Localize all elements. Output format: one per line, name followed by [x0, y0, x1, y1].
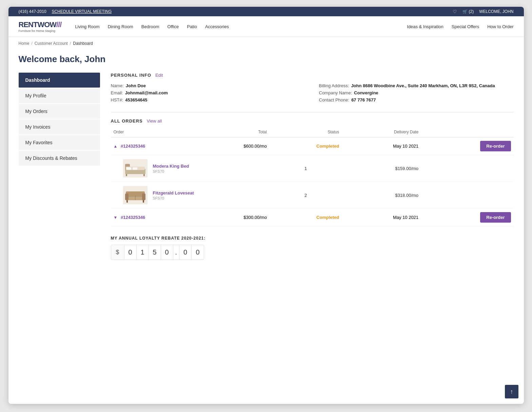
billing-label: Billing Address: — [319, 83, 349, 88]
rebate-dollar-sign: $ — [111, 245, 124, 259]
email-row: Email: Johnmail@mail.com — [111, 90, 306, 95]
top-bar: (416) 447-2010 SCHEDULE VIRTUAL MEETING … — [8, 7, 524, 16]
view-all-link[interactable]: View all — [147, 118, 162, 124]
chevron-collapse-icon[interactable]: ▼ — [114, 215, 118, 220]
rebate-display: $ 0 1 5 0 . 0 0 — [111, 245, 204, 260]
order-2-id-cell: ▼ #124325346 — [111, 209, 150, 226]
edit-link[interactable]: Edit — [155, 73, 163, 78]
nav-office[interactable]: Office — [168, 23, 179, 31]
main-nav: Living Room Dining Room Bedroom Office P… — [75, 23, 407, 31]
rebate-digit-0: 0 — [124, 245, 137, 260]
loyalty-title: MY ANNUAL LOYALTY REBATE 2020-2021: — [111, 236, 514, 241]
sidebar-item-orders[interactable]: My Orders — [19, 104, 100, 119]
orders-title: ALL ORDERS — [111, 118, 143, 124]
order-status: Completed — [270, 137, 342, 155]
rebate-digit-4: 0 — [179, 245, 192, 260]
nav-patio[interactable]: Patio — [187, 23, 197, 31]
svg-rect-6 — [126, 174, 127, 176]
product-sku-2: SFS70 — [153, 196, 267, 200]
email-label: Email: — [111, 90, 123, 95]
personal-info-title: PERSONAL INFO — [111, 73, 152, 78]
sidebar-item-dashboard[interactable]: Dashboard — [19, 73, 100, 88]
orders-table-body: ▲ #124325346 $600.00/mo Completed May 10… — [111, 137, 514, 226]
table-row: Modera King Bed SFS70 1 $159.00/mo — [111, 155, 514, 182]
cart-icon[interactable]: 🛒 (2) — [462, 9, 474, 14]
welcome-text[interactable]: WELCOME, JOHN — [479, 9, 513, 14]
rebate-digit-3: 0 — [161, 245, 173, 260]
nav-dining-room[interactable]: Dining Room — [108, 23, 133, 31]
hst-row: HST#: 453654645 — [111, 97, 306, 102]
main-panel: PERSONAL INFO Edit Name: John Doe Billin… — [111, 73, 514, 260]
top-bar-left: (416) 447-2010 SCHEDULE VIRTUAL MEETING — [19, 9, 112, 14]
sidebar: Dashboard My Profile My Orders My Invoic… — [19, 73, 100, 260]
product-info-cell-2: Fitzgerald Loveseat SFS70 — [150, 182, 270, 209]
product-price-cell: $159.00/mo — [342, 155, 421, 182]
breadcrumb-sep-1: / — [32, 41, 33, 46]
sidebar-item-profile[interactable]: My Profile — [19, 88, 100, 103]
logo[interactable]: RENTWOW/// Furniture for Home Staging — [19, 20, 62, 33]
page-title: Welcome back, John — [19, 54, 514, 64]
company-row: Company Name: Convergine — [319, 90, 514, 95]
product-price-cell-2: $318.00/mo — [342, 182, 421, 209]
svg-rect-5 — [133, 167, 137, 170]
company-value: Convergine — [354, 90, 378, 95]
nav-special-offers[interactable]: Special Offers — [452, 23, 479, 31]
order-spacer — [150, 137, 169, 155]
breadcrumb-home[interactable]: Home — [19, 41, 29, 46]
product-name-link-2[interactable]: Fitzgerald Loveseat — [153, 190, 267, 195]
order-2-status: Completed — [270, 209, 342, 226]
rebate-digit-5: 0 — [192, 245, 204, 260]
product-sku: SFS70 — [153, 169, 267, 173]
breadcrumb: Home / Customer Account / Dashboard — [8, 37, 524, 46]
table-row: Fitzgerald Loveseat SFS70 2 $318.00/mo — [111, 182, 514, 209]
product-info-cell: Modera King Bed SFS70 — [150, 155, 270, 182]
product-action-cell — [421, 155, 513, 182]
rebate-digit-1: 1 — [137, 245, 149, 260]
nav-how-to-order[interactable]: How to Order — [487, 23, 513, 31]
status-badge-2: Completed — [316, 215, 339, 220]
nav-ideas[interactable]: Ideas & Inspiration — [407, 23, 444, 31]
phone-number: (416) 447-2010 — [19, 9, 46, 14]
orders-table-head: Order Total Status Delivery Date — [111, 128, 514, 137]
schedule-link[interactable]: SCHEDULE VIRTUAL MEETING — [52, 9, 112, 14]
nav-accessories[interactable]: Accessories — [205, 23, 229, 31]
order-2-total: $300.00/mo — [169, 209, 269, 226]
reorder-button[interactable]: Re-order — [480, 141, 511, 151]
nav-right: Ideas & Inspiration Special Offers How t… — [407, 23, 513, 31]
wishlist-icon[interactable]: ♡ — [453, 9, 457, 14]
orders-header: ALL ORDERS View all — [111, 118, 514, 124]
logo-slashes: /// — [56, 20, 61, 29]
col-status: Status — [270, 128, 342, 137]
product-qty-cell-2: 2 — [270, 182, 342, 209]
product-action-cell-2 — [421, 182, 513, 209]
chevron-expand-icon[interactable]: ▲ — [114, 144, 118, 149]
sidebar-item-favorites[interactable]: My Favorites — [19, 135, 100, 150]
logo-text: RENTWOW/// — [19, 20, 62, 29]
contact-value: 67 776 7677 — [351, 97, 376, 102]
billing-row: Billing Address: John 8686 Woodbine Ave.… — [319, 83, 514, 88]
product-name-link[interactable]: Modera King Bed — [153, 164, 267, 169]
col-delivery: Delivery Date — [342, 128, 421, 137]
order-number-link[interactable]: #124325346 — [121, 144, 145, 149]
order-2-action: Re-order — [421, 209, 513, 226]
status-badge: Completed — [316, 144, 339, 149]
col-order: Order — [111, 128, 150, 137]
sidebar-item-discounts[interactable]: My Discounts & Rebates — [19, 151, 100, 166]
svg-rect-15 — [143, 200, 144, 203]
table-row: ▲ #124325346 $600.00/mo Completed May 10… — [111, 137, 514, 155]
personal-info-header: PERSONAL INFO Edit — [111, 73, 514, 78]
order-2-number-link[interactable]: #124325346 — [121, 215, 145, 220]
order-id-cell: ▲ #124325346 — [111, 137, 150, 155]
divider-1 — [111, 112, 514, 112]
top-bar-right: ♡ 🛒 (2) WELCOME, JOHN — [453, 9, 513, 14]
col-spacer — [150, 128, 169, 137]
nav-living-room[interactable]: Living Room — [75, 23, 99, 31]
product-image-cell — [111, 155, 150, 182]
loyalty-rebate-section: MY ANNUAL LOYALTY REBATE 2020-2021: $ 0 … — [111, 236, 514, 260]
sidebar-item-invoices[interactable]: My Invoices — [19, 119, 100, 134]
scroll-top-button[interactable]: ↑ — [505, 385, 518, 398]
nav-bedroom[interactable]: Bedroom — [141, 23, 159, 31]
reorder-button-2[interactable]: Re-order — [480, 212, 511, 223]
breadcrumb-customer-account[interactable]: Customer Account — [35, 41, 68, 46]
main-layout: Dashboard My Profile My Orders My Invoic… — [19, 73, 514, 260]
